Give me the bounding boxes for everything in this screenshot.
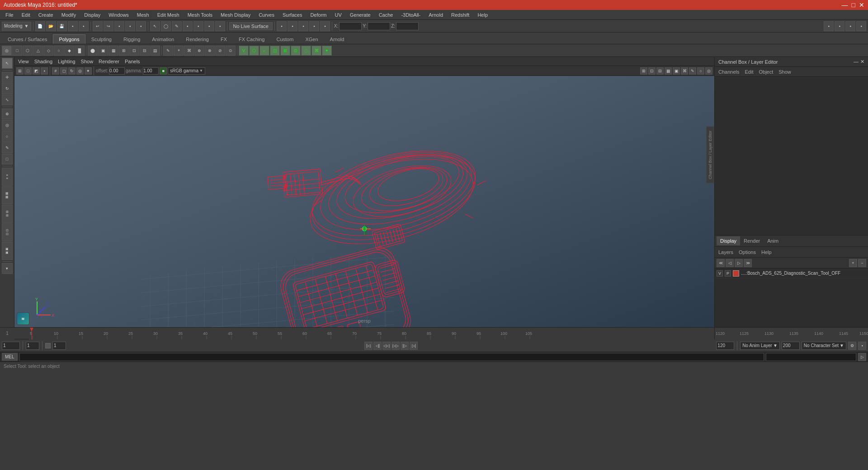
- vp-view-menu[interactable]: View: [16, 59, 31, 64]
- menu-mesh-tools[interactable]: Mesh Tools: [184, 11, 216, 19]
- redo-btn[interactable]: ↪: [104, 21, 113, 31]
- save-btn[interactable]: 💾: [57, 21, 67, 31]
- play-forward-btn[interactable]: ▷▷: [392, 342, 400, 350]
- ch-tab-channels[interactable]: Channels: [717, 68, 741, 75]
- next-key-btn[interactable]: |▷: [401, 342, 409, 350]
- window-controls[interactable]: — □ ✕: [842, 1, 864, 9]
- vt-right4[interactable]: ▦: [665, 67, 672, 75]
- pt-btn3[interactable]: ⬡: [23, 46, 33, 56]
- ch-minimize-btn[interactable]: —: [854, 59, 859, 65]
- pt-btn16[interactable]: ✎: [163, 46, 173, 56]
- lt-btn7[interactable]: ○: [2, 131, 13, 142]
- vp-show-menu[interactable]: Show: [79, 59, 95, 64]
- ch-tab-edit[interactable]: Edit: [743, 68, 755, 75]
- cmd-run-btn[interactable]: ▷: [858, 353, 866, 361]
- vt-btn4[interactable]: ▪: [41, 67, 48, 75]
- vt-btn1[interactable]: ⊞: [16, 67, 24, 75]
- pt-btn29[interactable]: ◌: [301, 46, 311, 56]
- vt-right8[interactable]: ○: [697, 67, 704, 75]
- open-btn[interactable]: 📂: [46, 21, 56, 31]
- menu-create[interactable]: Create: [35, 11, 57, 19]
- menu-windows[interactable]: Windows: [105, 11, 132, 19]
- viewport-3d[interactable]: persp X Y Z M: [14, 76, 714, 327]
- minimize-button[interactable]: —: [842, 1, 848, 9]
- menu-deform[interactable]: Deform: [307, 11, 330, 19]
- vt-btn8[interactable]: ◎: [76, 67, 84, 75]
- pt-btn26[interactable]: ◫: [270, 46, 280, 56]
- menu-3dto-all[interactable]: -3DtoAll-: [397, 11, 424, 19]
- tb-right3[interactable]: ▪: [845, 21, 855, 31]
- pt-btn24[interactable]: ⬡: [249, 46, 259, 56]
- tab-xgen[interactable]: XGen: [299, 34, 324, 44]
- rpb-tab-render[interactable]: Render: [740, 236, 764, 245]
- vt-btn3[interactable]: ◩: [33, 67, 40, 75]
- lt-multi5[interactable]: ▣▣: [2, 242, 13, 260]
- tb-right4[interactable]: ▪: [856, 21, 866, 31]
- tb-btn9[interactable]: ▪: [215, 21, 225, 31]
- go-to-end-btn[interactable]: ▷|: [410, 342, 418, 350]
- pt-btn4[interactable]: △: [33, 46, 43, 56]
- pt-btn9[interactable]: ⬤: [88, 46, 98, 56]
- vt-gamma-input[interactable]: [143, 67, 159, 75]
- tb-snap3[interactable]: ▪: [298, 21, 308, 31]
- tab-animation[interactable]: Animation: [146, 34, 180, 44]
- char-set-dropdown[interactable]: No Character Set ▼: [802, 342, 846, 350]
- pt-btn2[interactable]: □: [12, 46, 22, 56]
- tb-btn2[interactable]: ▪: [79, 21, 89, 31]
- tb-right1[interactable]: ▪: [824, 21, 834, 31]
- paint-btn[interactable]: ✎: [172, 21, 182, 31]
- prev-key-btn[interactable]: ◁|: [373, 342, 382, 350]
- tab-arnold[interactable]: Arnold: [324, 34, 350, 44]
- vt-gamma-dropdown[interactable]: sRGB gamma ▼: [168, 67, 205, 75]
- tb-btn1[interactable]: ▪: [68, 21, 78, 31]
- command-input[interactable]: [19, 353, 764, 361]
- layer-last-btn[interactable]: ≫: [744, 259, 752, 267]
- lt-multi1[interactable]: ≡≡: [2, 168, 13, 186]
- pt-btn6[interactable]: ○: [54, 46, 64, 56]
- layer-add-btn[interactable]: +: [849, 259, 857, 267]
- menu-display[interactable]: Display: [80, 11, 104, 19]
- tb-btn4[interactable]: ▪: [125, 21, 135, 31]
- menu-surfaces[interactable]: Surfaces: [279, 11, 306, 19]
- pt-btn7[interactable]: ◆: [64, 46, 74, 56]
- menu-mesh-display[interactable]: Mesh Display: [217, 11, 254, 19]
- rpb-tab-anim[interactable]: Anim: [764, 236, 782, 245]
- ch-tab-show[interactable]: Show: [777, 68, 793, 75]
- tab-polygons[interactable]: Polygons: [53, 34, 85, 44]
- mode-dropdown[interactable]: Modeling ▼: [2, 22, 31, 31]
- menu-mesh[interactable]: Mesh: [133, 11, 153, 19]
- pt-btn17[interactable]: ⌖: [174, 46, 184, 56]
- pt-btn19[interactable]: ⊕: [194, 46, 204, 56]
- pt-btn8[interactable]: █: [75, 46, 85, 56]
- menu-file[interactable]: File: [2, 11, 17, 19]
- play-backward-btn[interactable]: ◁◁: [382, 342, 391, 350]
- tab-rigging[interactable]: Rigging: [118, 34, 146, 44]
- channel-box-vert-tab[interactable]: Channel Box / Layer Editor: [706, 127, 714, 183]
- menu-edit[interactable]: Edit: [18, 11, 34, 19]
- pt-btn22[interactable]: ⊙: [226, 46, 236, 56]
- lasso-btn[interactable]: ◯: [161, 21, 171, 31]
- tb-snap4[interactable]: ▪: [309, 21, 319, 31]
- tb-btn5[interactable]: ▪: [136, 21, 146, 31]
- lt-btn9[interactable]: □: [2, 154, 13, 164]
- vt-right5[interactable]: ▣: [673, 67, 680, 75]
- go-to-start-btn[interactable]: |◁: [364, 342, 373, 350]
- vt-offset-input[interactable]: [109, 67, 125, 75]
- pt-btn13[interactable]: ⊡: [129, 46, 139, 56]
- sub-tab-options[interactable]: Options: [737, 249, 758, 256]
- range-end-input[interactable]: [716, 342, 734, 350]
- tb-btn8[interactable]: ▪: [204, 21, 214, 31]
- pt-btn1[interactable]: ◎: [2, 46, 12, 56]
- tab-fx[interactable]: FX: [215, 34, 233, 44]
- sub-tab-help[interactable]: Help: [760, 249, 774, 256]
- range-start-input[interactable]: [2, 342, 20, 350]
- vp-shading-menu[interactable]: Shading: [33, 59, 54, 64]
- sub-tab-layers[interactable]: Layers: [717, 249, 735, 256]
- tb-btn6[interactable]: ▪: [183, 21, 193, 31]
- vt-right2[interactable]: ⊡: [648, 67, 656, 75]
- menu-cache[interactable]: Cache: [375, 11, 397, 19]
- scale-tool-btn[interactable]: ⤡: [2, 94, 13, 105]
- menu-curves[interactable]: Curves: [255, 11, 278, 19]
- menu-uv[interactable]: UV: [331, 11, 345, 19]
- vt-grid-btn[interactable]: #: [52, 67, 59, 75]
